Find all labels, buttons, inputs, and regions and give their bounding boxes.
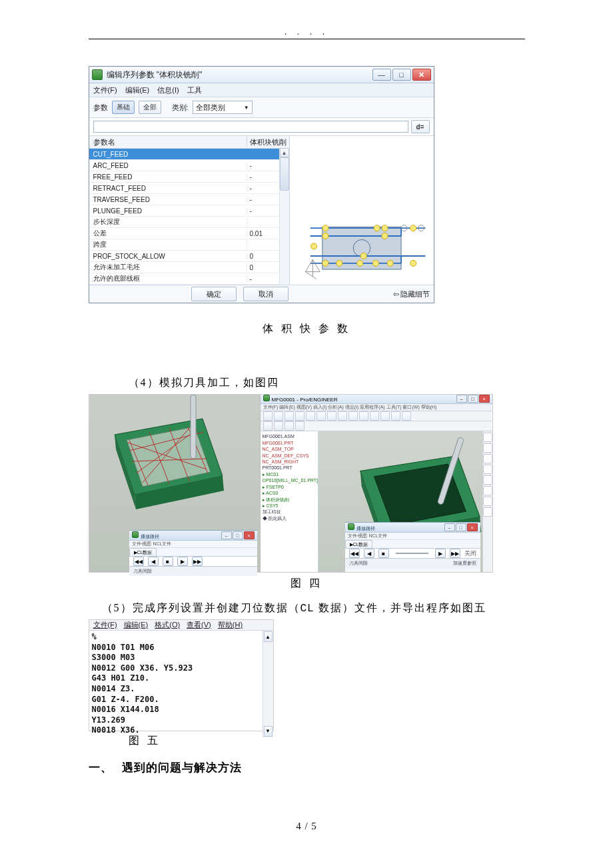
back-button[interactable]: ◀ — [148, 557, 159, 566]
table-row[interactable]: PLUNGE_FEED- — [89, 205, 289, 217]
minimize-icon[interactable]: – — [444, 523, 455, 531]
close-icon[interactable]: × — [244, 531, 255, 539]
tool-icon[interactable] — [483, 433, 492, 442]
stop-button[interactable]: ■ — [378, 549, 389, 558]
tool-icon[interactable] — [263, 421, 273, 431]
proe-3d-view[interactable]: 播放路径 –□× 文件·视图 NCL文件 ▶ CL数据 ◀◀ ◀ ■ ▶ — [318, 431, 492, 572]
close-button[interactable]: ✕ — [412, 69, 431, 81]
tool-icon[interactable] — [380, 411, 390, 421]
tool-icon[interactable] — [327, 411, 336, 421]
table-row[interactable]: 步长深度 — [89, 217, 289, 228]
tree-item[interactable]: OP010[MILL_MC_01.PRT] — [263, 477, 316, 483]
proe-menubar[interactable]: 文件(F) 编辑(E) 视图(V) 插入(I) 分析(A) 信息(I) 应用程序… — [261, 404, 492, 411]
menu-edit[interactable]: 编辑(E) — [124, 620, 149, 630]
stop-button[interactable]: ■ — [163, 557, 173, 566]
gcode-text[interactable]: % N0010 T01 M06 S3000 M03 N0012 G00 X36.… — [89, 631, 263, 737]
d-equals-button[interactable]: d= — [411, 120, 430, 133]
tree-item[interactable]: NC_ASM_TOP — [263, 446, 316, 452]
play-button[interactable]: ▶ — [435, 549, 446, 558]
table-row[interactable]: 公差0.01 — [89, 228, 289, 239]
fwd-button[interactable]: ▶▶ — [192, 557, 203, 566]
tool-icon[interactable] — [274, 411, 283, 421]
tree-item[interactable]: ▸ FSETP0 — [263, 484, 316, 490]
tool-icon[interactable] — [338, 411, 347, 421]
menu-file[interactable]: 文件(F) — [93, 85, 117, 95]
table-row[interactable]: CUT_FEED — [89, 149, 289, 160]
menu-help[interactable]: 帮助(H) — [218, 620, 243, 630]
search-input[interactable] — [93, 121, 408, 133]
dialog-titlebar[interactable]: 编辑序列参数 "体积块铣削" — □ ✕ — [89, 67, 434, 83]
table-row[interactable]: FREE_FEED- — [89, 171, 289, 183]
tool-icon[interactable] — [391, 411, 400, 421]
tree-item[interactable]: ◆ 在此插入 — [263, 515, 316, 521]
prev-button[interactable]: ◀◀ — [133, 557, 144, 566]
table-row[interactable]: 跨度 — [89, 239, 289, 251]
tree-item[interactable]: MFG0001.ASM — [263, 433, 316, 439]
maximize-icon[interactable]: □ — [456, 523, 466, 531]
tree-item[interactable]: PRT0001.PRT — [263, 465, 316, 471]
tool-icon[interactable] — [274, 421, 283, 431]
scroll-down-icon[interactable]: ▼ — [264, 726, 273, 737]
maximize-icon[interactable]: □ — [233, 531, 243, 539]
cancel-button[interactable]: 取消 — [243, 287, 289, 301]
tool-icon[interactable] — [316, 411, 326, 421]
ok-button[interactable]: 确定 — [191, 287, 237, 301]
maximize-icon[interactable]: □ — [468, 395, 478, 403]
btn-all[interactable]: 全部 — [139, 101, 161, 114]
minimize-button[interactable]: — — [372, 69, 391, 81]
menu-info[interactable]: 信息(I) — [157, 85, 179, 95]
tree-item[interactable]: ▸ ACS0 — [263, 490, 316, 496]
tree-item[interactable]: ▸ 体积块铣削 — [263, 497, 316, 503]
tool-icon[interactable] — [359, 411, 368, 421]
tool-icon[interactable] — [483, 497, 492, 506]
play-title[interactable]: 播放路径 –□× — [129, 531, 257, 541]
maximize-button[interactable]: □ — [392, 69, 411, 81]
tool-icon[interactable] — [306, 411, 315, 421]
menu-tools[interactable]: 工具 — [187, 85, 202, 95]
minimize-icon[interactable]: – — [221, 531, 232, 539]
tree-item[interactable]: ▸ MC01 — [263, 471, 316, 477]
menu-format[interactable]: 格式(O) — [155, 620, 180, 630]
close-icon[interactable]: × — [479, 395, 490, 403]
tool-icon[interactable] — [285, 421, 294, 431]
tool-icon[interactable] — [483, 443, 492, 453]
tool-icon[interactable] — [402, 411, 411, 421]
tree-item[interactable]: ▸ CSY5 — [263, 503, 316, 509]
category-select[interactable]: 全部类别 ▼ — [193, 101, 253, 114]
minimize-icon[interactable]: – — [456, 395, 467, 403]
tool-icon[interactable] — [483, 475, 492, 485]
tool-icon[interactable] — [483, 486, 492, 495]
tool-icon[interactable] — [295, 411, 305, 421]
scroll-up-icon[interactable]: ▲ — [280, 148, 289, 157]
scroll-up-icon[interactable]: ▲ — [264, 631, 273, 642]
play-button[interactable]: ▶ — [177, 557, 188, 566]
tab-cldata[interactable]: ▶ CL数据 — [129, 548, 157, 556]
table-row[interactable]: TRAVERSE_FEED- — [89, 194, 289, 205]
tree-item[interactable]: NC_ASM_DEF_CSYS — [263, 453, 316, 459]
fig5-scrollbar[interactable]: ▲ ▼ — [263, 631, 273, 737]
table-row[interactable]: 允许的底部线框- — [89, 273, 289, 285]
prev-button[interactable]: ◀◀ — [349, 549, 360, 558]
close-icon[interactable]: × — [467, 523, 478, 531]
table-row[interactable]: RETRACT_FEED- — [89, 183, 289, 194]
btn-basic[interactable]: 基础 — [112, 101, 135, 114]
tree-item[interactable]: 加工特征 — [263, 509, 316, 515]
scroll-thumb[interactable] — [280, 157, 289, 191]
fwd-button[interactable]: ▶▶ — [450, 549, 460, 558]
table-row[interactable]: ARC_FEED- — [89, 160, 289, 171]
back-button[interactable]: ◀ — [364, 549, 374, 558]
hide-detail-toggle[interactable]: ⇦ 隐藏细节 — [393, 289, 430, 299]
tool-icon[interactable] — [348, 411, 358, 421]
menu-file[interactable]: 文件(F) — [93, 620, 117, 630]
play-title[interactable]: 播放路径 –□× — [345, 523, 480, 533]
tool-icon[interactable] — [263, 411, 273, 421]
tool-icon[interactable] — [483, 507, 492, 517]
menu-edit[interactable]: 编辑(E) — [125, 85, 150, 95]
table-row[interactable]: PROF_STOCK_ALLOW0 — [89, 251, 289, 262]
tab-cldata[interactable]: ▶ CL数据 — [345, 540, 373, 548]
tree-item[interactable]: NC_ASM_RIGHT — [263, 459, 316, 465]
tool-icon[interactable] — [483, 465, 492, 474]
tool-icon[interactable] — [285, 411, 294, 421]
close-label[interactable]: 关闭 — [464, 549, 476, 558]
table-row[interactable]: 允许未加工毛坯0 — [89, 262, 289, 273]
